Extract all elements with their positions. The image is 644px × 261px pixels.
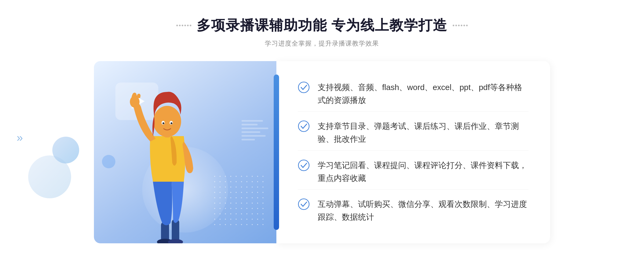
title-deco-right xyxy=(453,25,468,26)
feature-item-2: 支持章节目录、弹题考试、课后练习、课后作业、章节测验、批改作业 xyxy=(298,115,529,151)
check-icon-4 xyxy=(298,198,310,210)
main-content: 支持视频、音频、flash、word、excel、ppt、pdf等各种格式的资源… xyxy=(94,61,550,243)
svg-point-6 xyxy=(153,106,181,137)
deco-circle-sm xyxy=(102,155,115,168)
svg-point-11 xyxy=(298,82,309,93)
check-icon-1 xyxy=(298,81,310,93)
feature-text-3: 学习笔记回看、课程提问、课程评论打分、课件资料下载，重点内容收藏 xyxy=(318,159,529,185)
feature-text-1: 支持视频、音频、flash、word、excel、ppt、pdf等各种格式的资源… xyxy=(318,81,529,107)
svg-point-13 xyxy=(298,160,309,171)
feature-item-3: 学习笔记回看、课程提问、课程评论打分、课件资料下载，重点内容收藏 xyxy=(298,154,529,190)
stripe-6 xyxy=(241,139,255,140)
stripe-5 xyxy=(241,135,266,137)
page-container: » 多项录播课辅助功能 专为线上教学打造 学习进度全掌握，提升录播课教学效果 xyxy=(0,0,644,261)
left-illustration-panel xyxy=(94,61,276,243)
chevron-left-decoration: » xyxy=(17,131,21,144)
header-section: 多项录播课辅助功能 专为线上教学打造 学习进度全掌握，提升录播课教学效果 xyxy=(176,16,468,48)
stripe-4 xyxy=(241,131,260,133)
feature-text-4: 互动弹幕、试听购买、微信分享、观看次数限制、学习进度跟踪、数据统计 xyxy=(318,198,529,223)
page-subtitle: 学习进度全掌握，提升录播课教学效果 xyxy=(176,39,468,48)
stripes-decoration xyxy=(241,120,268,140)
svg-point-14 xyxy=(298,199,309,210)
svg-point-10 xyxy=(171,122,173,124)
check-icon-3 xyxy=(298,159,310,171)
vertical-accent-bar xyxy=(274,74,279,230)
svg-point-9 xyxy=(163,122,164,124)
features-panel: 支持视频、音频、flash、word、excel、ppt、pdf等各种格式的资源… xyxy=(276,61,550,243)
feature-text-2: 支持章节目录、弹题考试、课后练习、课后作业、章节测验、批改作业 xyxy=(318,120,529,146)
page-title: 多项录播课辅助功能 专为线上教学打造 xyxy=(197,16,447,35)
feature-item-1: 支持视频、音频、flash、word、excel、ppt、pdf等各种格式的资源… xyxy=(298,76,529,112)
stripe-1 xyxy=(241,120,263,122)
deco-circle-blue-lg xyxy=(28,155,71,198)
feature-item-4: 互动弹幕、试听购买、微信分享、观看次数限制、学习进度跟踪、数据统计 xyxy=(298,193,529,228)
stripe-2 xyxy=(241,124,258,125)
stripe-3 xyxy=(241,128,268,129)
title-deco-left xyxy=(176,25,191,26)
check-icon-2 xyxy=(298,120,310,132)
svg-point-12 xyxy=(298,121,309,132)
person-illustration xyxy=(115,77,239,243)
title-wrapper: 多项录播课辅助功能 专为线上教学打造 xyxy=(176,16,468,35)
